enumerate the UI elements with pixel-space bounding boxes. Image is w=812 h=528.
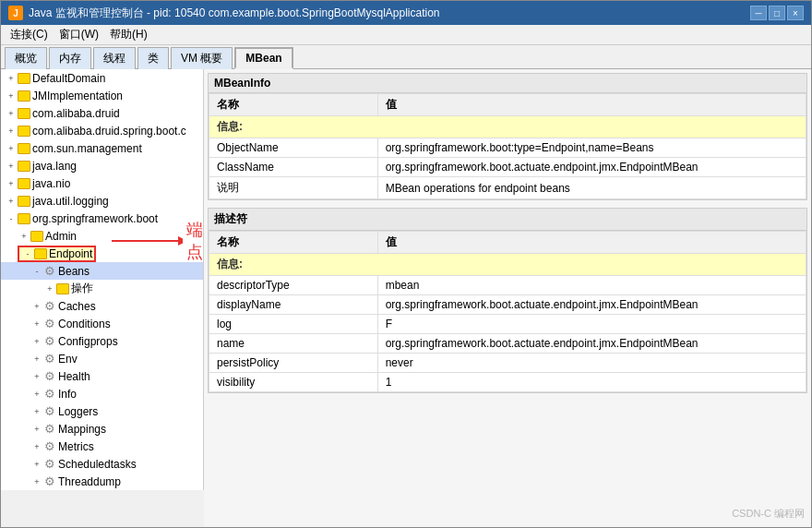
gear-icon-loggers: ⚙ [43,405,56,418]
table-row: ObjectName org.springframework.boot:type… [209,138,806,158]
tree-item-java-lang[interactable]: + java.lang [1,157,203,174]
label-jmimplementation: JMImplementation [32,90,123,102]
tree-item-mappings[interactable]: + ⚙ Mappings [1,420,203,438]
tree-item-conditions[interactable]: + ⚙ Conditions [1,315,203,332]
label-java-nio: java.nio [32,177,70,190]
expand-icon-alibaba-spring: + [5,125,18,138]
tab-classes[interactable]: 类 [137,47,169,69]
restore-button[interactable]: □ [769,6,785,20]
minimize-button[interactable]: ─ [750,6,767,20]
info-label-cell1: 信息: [209,116,806,138]
mbean-info-section: MBeanInfo 名称 值 信息: ObjectName [208,73,807,200]
descriptor-header: 描述符 [209,209,806,231]
tree-item-configprops[interactable]: + ⚙ Configprops [1,332,203,350]
tab-mbean[interactable]: MBean [234,47,293,69]
row-name-classname: ClassName [209,158,378,177]
label-java-util-logging: java.util.logging [32,195,109,208]
content-area: MBeanInfo 名称 值 信息: ObjectName [204,69,811,527]
folder-icon-alibaba-druid [18,108,30,119]
tree-item-env[interactable]: + ⚙ Env [1,350,203,367]
gear-icon-metrics: ⚙ [43,440,56,453]
mbean-info-header: MBeanInfo [209,74,806,93]
label-java-lang: java.lang [32,160,77,173]
descriptor-table: 名称 值 信息: descriptorType mbean [209,231,806,392]
expand-icon-caches: + [30,300,43,313]
tree-item-defaultdomain[interactable]: + DefaultDomain [1,69,203,87]
tree-item-java-nio[interactable]: + java.nio [1,174,203,192]
menu-window[interactable]: 窗口(W) [54,25,104,44]
expand-icon-springframework: - [5,212,18,225]
label-beans: Beans [58,265,90,278]
expand-icon-configprops: + [30,335,43,348]
tree-item-endpoint[interactable]: - Endpoint [18,246,96,262]
expand-icon-conditions: + [30,318,43,330]
expand-icon-metrics: + [30,440,43,453]
expand-icon-sun-management: + [5,142,18,155]
tree-item-operations[interactable]: + 操作 [1,280,203,297]
tree-item-caches[interactable]: + ⚙ Caches [1,297,203,315]
tree-item-alibaba-druid[interactable]: + com.alibaba.druid [1,104,203,122]
tree-item-health[interactable]: + ⚙ Health [1,367,203,385]
tree-item-alibaba-spring[interactable]: + com.alibaba.druid.spring.boot.c [1,122,203,139]
tree-item-metrics[interactable]: + ⚙ Metrics [1,438,203,455]
row-value-log: F [377,315,806,334]
tab-memory[interactable]: 内存 [49,47,91,69]
folder-icon-endpoint [34,248,47,259]
tree-item-jmimplementation[interactable]: + JMImplementation [1,87,203,104]
title-bar-left: J Java 监视和管理控制台 - pid: 10540 com.example… [8,6,440,21]
tab-vm-summary[interactable]: VM 概要 [171,47,233,69]
row-name-name: name [209,334,378,354]
gear-icon-info: ⚙ [43,388,56,401]
folder-icon-sun-management [18,143,30,154]
label-endpoint: Endpoint [49,247,92,260]
title-bar-controls[interactable]: ─ □ × [750,6,804,20]
menu-connect[interactable]: 连接(C) [5,25,54,44]
tree-item-springframework[interactable]: - org.springframework.boot [1,210,203,227]
expand-icon-loggers: + [30,405,43,418]
tree-item-scheduledtasks[interactable]: + ⚙ Scheduledtasks [1,455,203,473]
window-title: Java 监视和管理控制台 - pid: 10540 com.example.b… [29,6,440,21]
main-window: J Java 监视和管理控制台 - pid: 10540 com.example… [0,0,812,528]
table-row: log F [209,315,806,334]
gear-icon-beans: ⚙ [43,265,56,278]
menu-bar: 连接(C) 窗口(W) 帮助(H) [1,25,811,45]
label-loggers: Loggers [58,405,98,418]
expand-icon-alibaba-druid: + [5,107,18,120]
expand-icon-operations: + [43,282,56,295]
tab-threads[interactable]: 线程 [93,47,136,69]
tree-item-info[interactable]: + ⚙ Info [1,385,203,402]
tree-item-java-util-logging[interactable]: + java.util.logging [1,192,203,210]
expand-icon-java-util-logging: + [5,195,18,208]
row-name-descriptortype: descriptorType [209,276,378,295]
label-metrics: Metrics [58,440,94,453]
folder-icon-jmimplementation [18,90,30,102]
menu-help[interactable]: 帮助(H) [104,25,153,44]
col-header-name2: 名称 [209,232,378,254]
mbean-info-table1: 名称 值 信息: ObjectName org.springframework.… [209,93,806,199]
folder-icon-springframework [18,213,30,224]
gear-icon-threaddump: ⚙ [43,475,56,488]
label-scheduledtasks: Scheduledtasks [58,458,137,471]
label-mappings: Mappings [58,423,106,436]
tab-overview[interactable]: 概览 [5,47,47,69]
table-row: 说明 MBean operations for endpoint beans [209,177,806,199]
row-value-visibility: 1 [377,373,806,392]
tree-item-sun-management[interactable]: + com.sun.management [1,139,203,157]
row-value-description: MBean operations for endpoint beans [377,177,806,199]
folder-icon-operations [56,283,69,294]
label-info: Info [58,388,77,401]
gear-icon-configprops: ⚙ [43,335,56,348]
expand-icon-java-nio: + [5,177,18,190]
tree-item-threaddump[interactable]: + ⚙ Threaddump [1,473,203,490]
expand-icon-mappings: + [30,423,43,436]
expand-icon-defaultdomain: + [5,72,18,85]
close-button[interactable]: × [787,6,804,20]
tree-item-beans[interactable]: - ⚙ Beans [1,262,203,280]
watermark: CSDN-C 编程网 [732,507,805,521]
row-value-name: org.springframework.boot.actuate.endpoin… [377,334,806,354]
table-row: ClassName org.springframework.boot.actua… [209,158,806,177]
tree-item-loggers[interactable]: + ⚙ Loggers [1,402,203,420]
gear-icon-env: ⚙ [43,353,56,366]
tree-item-admin[interactable]: + Admin [1,227,203,245]
gear-icon-mappings: ⚙ [43,423,56,436]
